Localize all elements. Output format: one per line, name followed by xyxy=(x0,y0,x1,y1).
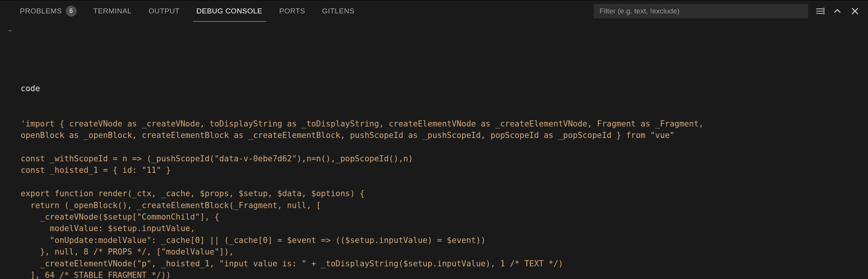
tab-terminal[interactable]: TERMINAL xyxy=(85,1,140,21)
console-code-line: const _hoisted_1 = { id: "11" } xyxy=(21,164,857,176)
filter-lines-icon[interactable] xyxy=(815,7,824,16)
tab-gitlens[interactable]: GITLENS xyxy=(314,1,363,21)
console-code-line: _createVNode($setup["CommonChild"], { xyxy=(21,211,857,223)
tab-problems[interactable]: PROBLEMS 6 xyxy=(11,1,85,21)
tab-ports-label: PORTS xyxy=(279,7,305,15)
console-code-line: const _withScopeId = n => (_pushScopeId(… xyxy=(21,153,857,164)
console-code-line: ], 64 /* STABLE_FRAGMENT */)) xyxy=(21,269,857,279)
panel-root: PROBLEMS 6 TERMINAL OUTPUT DEBUG CONSOLE… xyxy=(0,0,868,279)
tab-output-label: OUTPUT xyxy=(149,7,180,15)
panel-tabbar: PROBLEMS 6 TERMINAL OUTPUT DEBUG CONSOLE… xyxy=(0,0,868,21)
tab-terminal-label: TERMINAL xyxy=(93,7,132,15)
arrow-right-icon: → xyxy=(8,25,12,35)
console-code-line: }, null, 8 /* PROPS */, ["modelValue"]), xyxy=(21,246,857,258)
filter-input[interactable] xyxy=(594,4,808,18)
close-icon[interactable] xyxy=(850,7,860,16)
console-code-line xyxy=(21,141,857,153)
filter-wrap xyxy=(594,4,808,18)
tab-debug-console[interactable]: DEBUG CONSOLE xyxy=(188,1,271,21)
console-code-line: modelValue: $setup.inputValue, xyxy=(21,223,857,234)
console-code-line xyxy=(21,176,857,188)
chevron-up-icon[interactable] xyxy=(833,7,842,16)
tab-debug-console-label: DEBUG CONSOLE xyxy=(197,7,262,15)
console-code-line: 'import { createVNode as _createVNode, t… xyxy=(21,118,857,130)
tab-output[interactable]: OUTPUT xyxy=(140,1,188,21)
console-code-line: _createElementVNode("p", _hoisted_1, "in… xyxy=(21,258,857,269)
debug-console-output[interactable]: → code 'import { createVNode as _createV… xyxy=(0,21,868,279)
problems-badge: 6 xyxy=(66,6,77,16)
console-body: code 'import { createVNode as _createVNo… xyxy=(8,59,857,279)
console-entry-label: code xyxy=(21,83,857,94)
console-code-line: "onUpdate:modelValue": _cache[0] || (_ca… xyxy=(21,235,857,246)
console-code-line: return (_openBlock(), _createElementBloc… xyxy=(21,200,857,211)
tab-gitlens-label: GITLENS xyxy=(322,7,355,15)
tab-problems-label: PROBLEMS xyxy=(20,7,62,15)
console-code-line: openBlock as _openBlock, createElementBl… xyxy=(21,130,857,141)
console-code-block: 'import { createVNode as _createVNode, t… xyxy=(21,118,857,279)
panel-action-icons xyxy=(811,7,868,16)
console-code-line: export function render(_ctx, _cache, $pr… xyxy=(21,188,857,199)
tab-ports[interactable]: PORTS xyxy=(271,1,314,21)
